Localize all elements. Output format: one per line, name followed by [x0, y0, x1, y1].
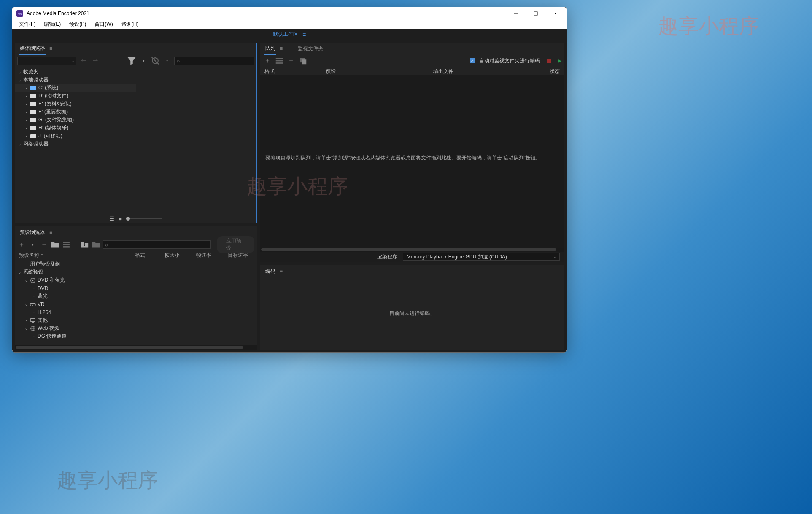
user-presets-group[interactable]: ›用户预设及组: [15, 260, 257, 268]
duplicate-button[interactable]: [298, 56, 308, 65]
queue-hscroll[interactable]: [260, 248, 564, 252]
col-status[interactable]: 状态: [543, 68, 560, 75]
forward-button[interactable]: 🡒: [91, 56, 100, 65]
add-preset-button[interactable]: ＋: [17, 240, 26, 249]
search-icon: ⌕: [177, 58, 180, 64]
start-queue-button[interactable]: ▶: [558, 58, 561, 64]
encoding-tab[interactable]: 编码: [264, 266, 276, 277]
media-search[interactable]: ⌕: [174, 57, 254, 65]
add-source-button[interactable]: ＋: [263, 56, 272, 65]
new-group-button[interactable]: [51, 240, 59, 249]
auto-encode-label[interactable]: 自动对监视文件夹进行编码: [479, 57, 540, 65]
thumb-view-icon[interactable]: ■: [119, 216, 121, 222]
maximize-button[interactable]: [526, 7, 545, 20]
chevron-down-icon: ⌵: [554, 255, 556, 259]
drive-item[interactable]: ›F: (重要数据): [15, 108, 136, 116]
queue-columns: 格式 预设 输出文件 状态: [260, 67, 564, 75]
titlebar[interactable]: Me Adobe Media Encoder 2021: [12, 7, 567, 20]
tree-favorites[interactable]: ⌵收藏夹: [15, 68, 136, 76]
preset-subgroup[interactable]: ›H.264: [15, 308, 257, 316]
app-window: Me Adobe Media Encoder 2021 文件(F) 编辑(E) …: [12, 7, 567, 353]
workspace-label[interactable]: 默认工作区: [273, 31, 298, 38]
panel-menu-icon[interactable]: ≡: [280, 268, 283, 274]
preset-group[interactable]: ›其他: [15, 316, 257, 324]
preset-browser-panel: 预设浏览器 ≡ ＋ ▾ − ⌕: [15, 226, 257, 350]
funnel-icon[interactable]: [127, 56, 136, 65]
panel-menu-icon[interactable]: ≡: [49, 46, 52, 51]
preset-search[interactable]: ⌕: [103, 240, 211, 249]
col-preset[interactable]: 预设: [326, 68, 433, 75]
filter-dropdown[interactable]: ⌵: [17, 57, 76, 65]
menu-window[interactable]: 窗口(W): [90, 20, 117, 29]
menu-preset[interactable]: 预设(P): [65, 20, 90, 29]
minimize-button[interactable]: [507, 7, 526, 20]
preset-subgroup[interactable]: ›DVD: [15, 284, 257, 292]
thumb-size-slider[interactable]: [126, 218, 162, 219]
system-presets-group[interactable]: ⌵系统预设: [15, 268, 257, 276]
drive-item[interactable]: ›D: (临时文件): [15, 92, 136, 100]
drive-item[interactable]: ›G: (文件聚集地): [15, 116, 136, 124]
preset-search-input[interactable]: [110, 242, 208, 248]
workspace-menu-icon[interactable]: ≡: [302, 31, 306, 38]
renderer-label: 渲染程序:: [377, 253, 399, 261]
preset-settings-button[interactable]: [62, 240, 70, 249]
svg-rect-17: [276, 60, 283, 62]
preset-browser-tab[interactable]: 预设浏览器: [19, 227, 46, 238]
drive-item[interactable]: ›J: (可移动): [15, 132, 136, 140]
col-preset-name[interactable]: 预设名称 ↑: [19, 252, 135, 259]
svg-rect-1: [534, 12, 537, 15]
col-format[interactable]: 格式: [135, 252, 165, 259]
preset-group[interactable]: ⌵Web 视频: [15, 324, 257, 332]
menu-edit[interactable]: 编辑(E): [40, 20, 65, 29]
remove-preset-button[interactable]: −: [40, 240, 48, 249]
watch-folders-tab[interactable]: 监视文件夹: [297, 43, 324, 54]
import-preset-button[interactable]: [80, 240, 89, 249]
ingest-icon[interactable]: [151, 56, 160, 65]
col-target[interactable]: 目标速率: [228, 252, 253, 259]
media-browser-tab[interactable]: 媒体浏览器: [19, 43, 46, 55]
remove-source-button[interactable]: −: [286, 56, 296, 65]
preset-subgroup[interactable]: ›蓝光: [15, 292, 257, 300]
preset-hscroll[interactable]: [15, 345, 257, 350]
preset-columns: 预设名称 ↑ 格式 帧大小 帧速率 目标速率: [15, 251, 257, 259]
auto-encode-checkbox[interactable]: ✓: [470, 58, 475, 63]
queue-panel: 队列 ≡ 监视文件夹 ＋ − ✓ 自动对监视文件夹进行编码: [260, 43, 564, 262]
queue-empty-message: 要将项目添加到队列，请单击"添加源"按钮或者从媒体浏览器或桌面将文件拖到此处。要…: [260, 151, 564, 164]
svg-rect-5: [63, 242, 69, 243]
menu-file[interactable]: 文件(F): [15, 20, 40, 29]
watermark: 趣享小程序: [57, 467, 158, 494]
back-button[interactable]: 🡐: [79, 56, 88, 65]
col-output[interactable]: 输出文件: [433, 68, 543, 75]
col-format[interactable]: 格式: [264, 68, 326, 75]
menu-help[interactable]: 帮助(H): [117, 20, 143, 29]
drive-item[interactable]: ›C: (系统): [15, 84, 136, 92]
preset-group[interactable]: ⌵VR: [15, 300, 257, 308]
tree-network-drives[interactable]: ⌵网络驱动器: [15, 140, 136, 148]
queue-drop-area[interactable]: 要将项目添加到队列，请单击"添加源"按钮或者从媒体浏览器或桌面将文件拖到此处。要…: [260, 75, 564, 248]
preset-subgroup[interactable]: ›DG 快速通道: [15, 332, 257, 340]
stop-queue-button[interactable]: [547, 59, 551, 63]
svg-rect-7: [63, 246, 69, 248]
panel-menu-icon[interactable]: ≡: [49, 229, 52, 235]
close-button[interactable]: [545, 7, 565, 20]
app-title: Adobe Media Encoder 2021: [27, 11, 507, 16]
media-content-area[interactable]: [136, 67, 257, 214]
search-icon: ⌕: [105, 242, 108, 248]
col-fps[interactable]: 帧速率: [196, 252, 228, 259]
col-framesize[interactable]: 帧大小: [165, 252, 196, 259]
app-icon: Me: [16, 10, 23, 17]
apply-preset-button[interactable]: 应用预设: [217, 236, 254, 253]
preset-group[interactable]: ⌵DVD 和蓝光: [15, 276, 257, 284]
svg-rect-16: [276, 58, 283, 59]
tree-local-drives[interactable]: ⌵本地驱动器: [15, 76, 136, 84]
queue-settings-button[interactable]: [275, 56, 284, 65]
media-search-input[interactable]: [181, 58, 252, 64]
panel-menu-icon[interactable]: ≡: [280, 46, 283, 51]
renderer-dropdown[interactable]: Mercury Playback Engine GPU 加速 (CUDA) ⌵: [403, 253, 560, 261]
list-view-icon[interactable]: ☰: [110, 216, 114, 222]
export-preset-button[interactable]: [92, 240, 100, 249]
svg-rect-18: [276, 62, 283, 64]
queue-tab[interactable]: 队列: [264, 43, 276, 55]
drive-item[interactable]: ›H: (媒体娱乐): [15, 124, 136, 132]
drive-item[interactable]: ›E: (资料&安装): [15, 100, 136, 108]
